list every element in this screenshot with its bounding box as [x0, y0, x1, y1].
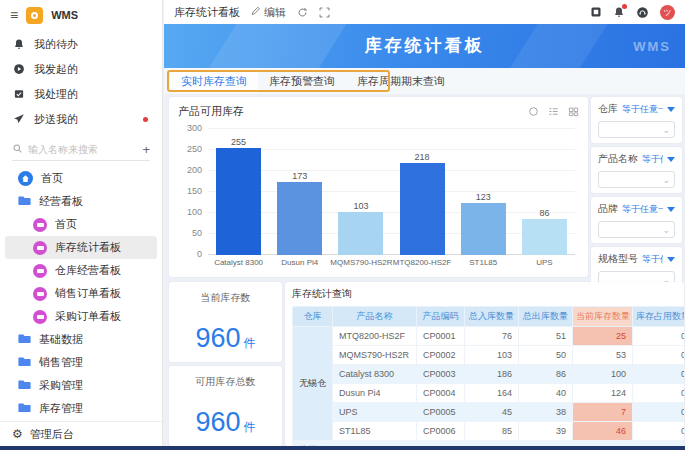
- sidebar-nav-item[interactable]: 库存管理: [5, 397, 157, 420]
- table-cell: CP0002: [417, 346, 465, 365]
- apps-icon[interactable]: [590, 6, 602, 18]
- notification-bell-icon[interactable]: [613, 6, 625, 18]
- table-cell: 25: [573, 327, 633, 346]
- hamburger-menu-icon[interactable]: ≡: [10, 7, 18, 23]
- stat-number: 960: [195, 323, 240, 353]
- filter-label: 品牌: [598, 202, 618, 216]
- bar-value-label: 255: [231, 137, 246, 147]
- bar-slot: 255: [208, 137, 269, 255]
- sidebar-nav-item[interactable]: 仓库经营看板: [5, 259, 157, 282]
- fullscreen-icon[interactable]: [319, 7, 330, 18]
- tab-1[interactable]: 实时库存查询: [170, 70, 258, 93]
- badge-icon: [33, 264, 47, 278]
- admin-console-button[interactable]: ⚙ 管理后台: [0, 421, 162, 446]
- chart-title: 产品可用库存: [178, 104, 244, 119]
- column-header: 总出库数量: [519, 307, 573, 327]
- sidebar-nav-item[interactable]: 销售订单看板: [5, 282, 157, 305]
- nav-item-label: 首页: [55, 217, 77, 232]
- sidebar-nav-item[interactable]: 基础数据: [5, 328, 157, 351]
- filter-condition-dropdown[interactable]: 等于任...: [642, 153, 663, 166]
- sidebar-nav-item[interactable]: 销售管理: [5, 351, 157, 374]
- sidebar-nav-item[interactable]: 首页: [5, 167, 157, 190]
- bar-value-label: 173: [292, 171, 307, 181]
- stat-card-2: 可用库存总数960件: [169, 366, 282, 446]
- sidebar-nav-item[interactable]: 采购管理: [5, 374, 157, 397]
- caret-down-icon[interactable]: [667, 257, 675, 262]
- table-cell: 45: [465, 403, 519, 422]
- chart-more-grid-icon[interactable]: [568, 106, 579, 117]
- admin-console-label: 管理后台: [30, 427, 74, 442]
- bars-container: 25517310321812386: [208, 129, 575, 255]
- chart-card: 产品可用库存 050100150200250300255173103218123…: [169, 97, 588, 277]
- refresh-icon[interactable]: [297, 7, 308, 18]
- bar[interactable]: [461, 203, 506, 255]
- sidebar-search[interactable]: 输入名称来搜索 +: [12, 139, 150, 161]
- table-cell: 46: [573, 422, 633, 441]
- tab-2[interactable]: 库存预警查询: [258, 70, 346, 93]
- filter-condition-dropdown[interactable]: 等于任意一...: [622, 103, 663, 116]
- filter-value-select[interactable]: ⌄: [598, 171, 675, 188]
- pencil-icon: [251, 6, 261, 18]
- table-cell: 40: [519, 384, 573, 403]
- table-row[interactable]: ST1L85CP00068539460: [293, 422, 685, 441]
- help-icon[interactable]: [636, 6, 649, 19]
- sidebar-menu-item[interactable]: 我的待办: [0, 32, 162, 57]
- bar[interactable]: [216, 148, 261, 255]
- table-cell: 86: [519, 365, 573, 384]
- nav-item-label: 库存管理: [39, 401, 83, 416]
- window-bottom-bar: [0, 446, 685, 450]
- sidebar-nav-item[interactable]: 采购订单看板: [5, 305, 157, 328]
- nav-item-label: 采购管理: [39, 378, 83, 393]
- tab-3[interactable]: 库存周期期末查询: [346, 70, 456, 93]
- table-cell: 0: [633, 384, 685, 403]
- badge-icon: [33, 218, 47, 232]
- table-row[interactable]: Dusun Pi4CP0004164401240: [293, 384, 685, 403]
- filter-card-1: 仓库等于任意一...⌄: [591, 97, 682, 143]
- user-avatar[interactable]: ツ: [660, 5, 675, 20]
- caret-down-icon[interactable]: [667, 157, 675, 162]
- y-axis-tick: 100: [178, 207, 202, 217]
- table-row[interactable]: Catalyst 8300CP0003186861000: [293, 365, 685, 384]
- bar[interactable]: [522, 219, 567, 255]
- chart-list-icon[interactable]: [548, 106, 559, 117]
- chart-toolbar: [528, 106, 579, 117]
- filter-condition-dropdown[interactable]: 等于任...: [642, 253, 663, 266]
- table-header: 仓库产品名称产品编码总入库数量总出库数量当前库存数量库存占用数量当前可用数量: [293, 307, 685, 327]
- nav-item-label: 销售管理: [39, 355, 83, 370]
- stat-card-1: 当前库存数960件: [169, 282, 282, 362]
- app-name: WMS: [51, 9, 78, 21]
- sidebar-todo-menu: 我的待办我发起的我处理的抄送我的: [0, 30, 162, 134]
- tab-strip: 实时库存查询库存预警查询库存周期期末查询: [164, 68, 685, 94]
- chart-refresh-icon[interactable]: [528, 106, 539, 117]
- app-logo: [26, 7, 43, 24]
- filter-value-select[interactable]: ⌄: [598, 221, 675, 238]
- sidebar-nav-item[interactable]: 经营看板: [5, 190, 157, 213]
- table-cell: CP0001: [417, 327, 465, 346]
- sidebar-nav-item[interactable]: 首页: [5, 213, 157, 236]
- sidebar-menu-item[interactable]: 我发起的: [0, 57, 162, 82]
- table-cell: 38: [519, 403, 573, 422]
- column-header: 仓库: [293, 307, 333, 327]
- banner-title: 库存统计看板: [164, 24, 685, 68]
- caret-down-icon[interactable]: [667, 107, 675, 112]
- edit-button[interactable]: 编辑: [251, 5, 286, 20]
- filter-condition-dropdown[interactable]: 等于任意一...: [622, 203, 663, 216]
- inventory-table: 仓库产品名称产品编码总入库数量总出库数量当前库存数量库存占用数量当前可用数量 无…: [292, 306, 684, 446]
- table-cell: CP0006: [417, 422, 465, 441]
- sidebar-menu-item[interactable]: 抄送我的: [0, 107, 162, 132]
- topbar-right: ツ: [590, 5, 675, 20]
- table-row[interactable]: MQMS790-HS2RCP000210350530: [293, 346, 685, 365]
- table-row[interactable]: 无锡仓MTQ8200-HS2FCP00017651250: [293, 327, 685, 346]
- sidebar-nav-item[interactable]: 库存统计看板: [5, 236, 157, 259]
- filter-value-select[interactable]: ⌄: [598, 121, 675, 138]
- nav-item-label: 库存统计看板: [55, 240, 121, 255]
- table-row[interactable]: UPSCP0005453870: [293, 403, 685, 422]
- bar[interactable]: [400, 163, 445, 255]
- sidebar-menu-item[interactable]: 我处理的: [0, 82, 162, 107]
- table-cell: 0: [633, 403, 685, 422]
- bar[interactable]: [277, 182, 322, 255]
- add-button[interactable]: +: [142, 142, 150, 157]
- caret-down-icon[interactable]: [667, 207, 675, 212]
- bar[interactable]: [338, 212, 383, 255]
- y-axis-tick: 200: [178, 165, 202, 175]
